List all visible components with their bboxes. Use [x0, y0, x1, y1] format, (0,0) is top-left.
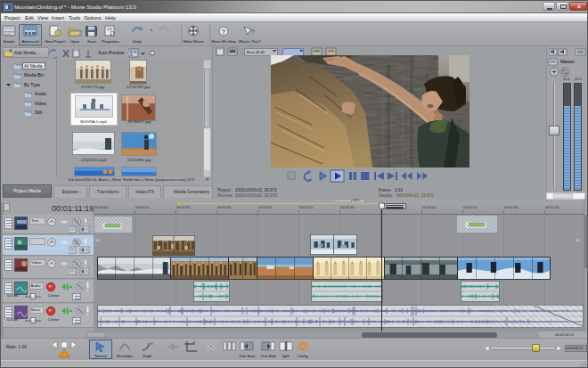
svg-text:?: ? — [251, 28, 256, 36]
svg-text:?: ? — [222, 28, 226, 36]
